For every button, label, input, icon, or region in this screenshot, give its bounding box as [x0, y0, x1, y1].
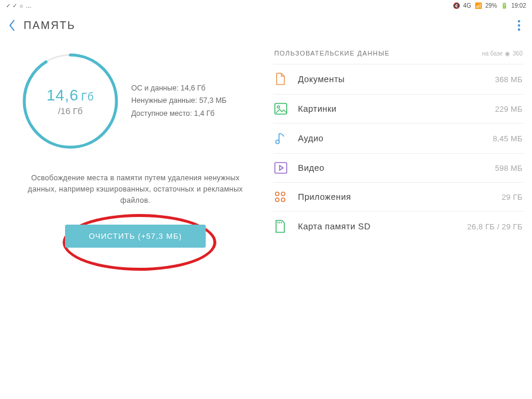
category-value: 229 МБ — [495, 105, 523, 113]
page-title: ПАМЯТЬ — [24, 20, 76, 32]
svg-point-8 — [275, 198, 279, 202]
brand-logo-icon: ◉ — [505, 50, 510, 57]
stat-os-data: ОС и данные: 14,6 Гб — [131, 82, 226, 95]
category-value: 8,45 МБ — [493, 134, 523, 143]
clean-description: Освобождение места в памяти путем удален… — [8, 173, 262, 206]
battery-icon: 🔋 — [501, 2, 508, 9]
svg-point-3 — [277, 106, 280, 108]
apps-icon — [274, 191, 298, 203]
clean-button[interactable]: ОЧИСТИТЬ (+57,3 МБ) — [65, 225, 206, 248]
category-value: 29 ГБ — [502, 193, 523, 202]
brand-prefix: на базе — [482, 50, 502, 57]
video-icon — [274, 162, 298, 174]
network-icon: 4G — [463, 2, 471, 9]
back-icon[interactable] — [8, 19, 15, 32]
status-right: 🔇 4G 📶 29% 🔋 19:02 — [453, 2, 526, 9]
svg-point-9 — [281, 198, 285, 202]
gauge-used-unit: Гб — [81, 91, 94, 103]
category-label: Карта памяти SD — [298, 222, 468, 231]
svg-rect-5 — [275, 163, 287, 173]
category-label: Картинки — [298, 104, 495, 113]
audio-icon — [274, 132, 298, 145]
document-icon — [274, 73, 298, 86]
svg-point-4 — [276, 140, 280, 144]
category-value: 598 МБ — [495, 164, 523, 173]
gauge-total: /16 Гб — [58, 106, 83, 116]
image-icon — [274, 103, 298, 115]
user-data-heading: ПОЛЬЗОВАТЕЛЬСКИЕ ДАННЫЕ — [274, 50, 390, 57]
more-menu-icon[interactable] — [514, 17, 524, 34]
stat-junk-data: Ненужные данные: 57,3 МБ — [131, 95, 226, 107]
gauge-used: 14,6Гб — [47, 86, 95, 105]
brand-name: 360 — [512, 50, 523, 57]
category-label: Видео — [298, 163, 495, 173]
category-documents[interactable]: Документы 368 МБ — [273, 64, 524, 94]
category-value: 368 МБ — [495, 75, 523, 84]
svg-point-6 — [275, 192, 279, 196]
category-sd-card[interactable]: Карта памяти SD 26,8 ГБ / 29 ГБ — [273, 211, 524, 241]
storage-summary-panel: 14,6Гб /16 Гб ОС и данные: 14,6 Гб Ненуж… — [8, 46, 268, 278]
category-value: 26,8 ГБ / 29 ГБ — [468, 222, 523, 231]
category-video[interactable]: Видео 598 МБ — [273, 153, 524, 182]
title-bar: ПАМЯТЬ — [0, 11, 532, 40]
user-data-panel: ПОЛЬЗОВАТЕЛЬСКИЕ ДАННЫЕ на базе ◉ 360 До… — [268, 46, 524, 278]
category-apps[interactable]: Приложения 29 ГБ — [273, 182, 524, 211]
category-label: Приложения — [298, 192, 502, 202]
status-bar: ✓ ✓ ☼ … 🔇 4G 📶 29% 🔋 19:02 — [0, 0, 532, 11]
category-label: Документы — [298, 74, 495, 84]
status-left: ✓ ✓ ☼ … — [6, 2, 32, 9]
powered-by: на базе ◉ 360 — [482, 50, 523, 57]
gauge-used-value: 14,6 — [47, 86, 79, 104]
battery-pct: 29% — [485, 2, 497, 9]
category-audio[interactable]: Аудио 8,45 МБ — [273, 123, 524, 153]
mute-icon: 🔇 — [453, 2, 460, 9]
stat-free-space: Доступное место: 1,4 Гб — [131, 108, 226, 120]
category-pictures[interactable]: Картинки 229 МБ — [273, 94, 524, 123]
svg-point-7 — [281, 192, 285, 196]
storage-gauge: 14,6Гб /16 Гб — [20, 51, 121, 151]
sd-card-icon — [274, 220, 298, 233]
category-label: Аудио — [298, 134, 493, 143]
signal-icon: 📶 — [475, 2, 482, 9]
clock: 19:02 — [511, 2, 526, 9]
storage-stats: ОС и данные: 14,6 Гб Ненужные данные: 57… — [131, 82, 226, 120]
